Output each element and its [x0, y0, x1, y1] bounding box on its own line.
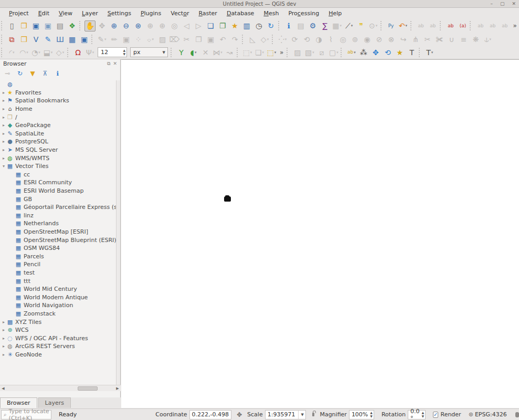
self-snapping-button[interactable]: ↝ [224, 47, 235, 58]
crs-status-button[interactable]: ⊛ EPSG:4326 [469, 411, 507, 418]
new-geopackage-layer-button[interactable]: ▦ [67, 34, 78, 45]
tree-item-xyz-tiles[interactable]: ▸▩XYZ Tiles [0, 318, 116, 326]
measure-line-button[interactable]: ⟋▾ [344, 20, 355, 32]
python-console-button[interactable]: Py [386, 20, 397, 32]
menu-raster[interactable]: Raster [194, 9, 221, 18]
merge-features-button[interactable]: ∪ [446, 34, 457, 45]
split-features-button[interactable]: ✀ [434, 34, 445, 45]
paste-features-button[interactable]: ▣ [205, 34, 216, 45]
expander-icon[interactable]: ▸ [1, 131, 6, 136]
digitize-shape-button[interactable]: ⌔▾ [145, 34, 156, 45]
tree-item-ttt[interactable]: ▦ttt [0, 277, 116, 285]
panel-undock-icon[interactable]: ⧉ [107, 61, 110, 67]
locator-input[interactable]: ⌕ Type to locate (Ctrl+K) [1, 410, 51, 419]
change-label-button[interactable]: T [406, 47, 417, 58]
close-button[interactable]: ✕ [512, 0, 516, 8]
rotate-feature-button[interactable]: ◑ [313, 34, 324, 45]
properties-widget-button[interactable]: ℹ [53, 69, 62, 78]
cut-features-button[interactable]: ✂ [181, 34, 192, 45]
coordinate-input[interactable]: 0.222,-0.498 [189, 410, 231, 419]
tree-item-world-modern-antique[interactable]: ▦World Modern Antique [0, 293, 116, 301]
tree-item-world-mid-century[interactable]: ▦World Mid Century [0, 285, 116, 293]
text-annotation-tool-button[interactable]: ab [416, 20, 427, 32]
annotation-toolbar-button[interactable]: T▾ [424, 47, 435, 58]
undo-redo-button[interactable]: ↶▾ [398, 20, 409, 32]
tree-item-world-navigation[interactable]: ▦World Navigation [0, 301, 116, 310]
scale-combobox[interactable]: 1:935971 ▼ [265, 410, 306, 419]
vertex-tool-all-layers-button[interactable]: ◺ [247, 34, 258, 45]
tree-item-zoomstack[interactable]: ▦Zoomstack [0, 310, 116, 318]
tree-item-arcgis-rest-servers[interactable]: ▸◍ArcGIS REST Servers [0, 342, 116, 351]
browser-horizontal-scrollbar[interactable]: ◀ ▶ [0, 385, 121, 391]
menu-settings[interactable]: Settings [103, 9, 136, 18]
enable-tracing-button[interactable]: ◖▾ [188, 47, 199, 58]
toolbar-overflow-button[interactable]: » [278, 49, 285, 56]
add-mesh-layer-button[interactable]: ✎ [43, 34, 54, 45]
expander-icon[interactable]: ▾ [1, 164, 6, 169]
zoom-last-button[interactable]: ◁ [181, 20, 192, 32]
tree-item-test[interactable]: ▦test [0, 269, 116, 277]
form-annotation-tool-button[interactable]: ab [427, 20, 438, 32]
tree-item-cc[interactable]: ▦cc [0, 171, 116, 179]
render-checkbox[interactable]: ✓ [433, 412, 438, 418]
tree-item-root-folder[interactable]: ▸❒/ [0, 113, 116, 121]
expander-icon[interactable]: ▸ [1, 320, 6, 324]
save-project-as-button[interactable]: ▣ [43, 20, 54, 32]
new-map-view-button[interactable]: ❏ [205, 20, 216, 32]
disable-snapping-button[interactable]: ✕ [200, 47, 211, 58]
copy-features-button[interactable]: ❐ [193, 34, 204, 45]
zoom-to-selection-button[interactable]: ⊕ [145, 20, 156, 32]
map-canvas[interactable] [121, 59, 519, 408]
redo-button[interactable]: ↷ [229, 34, 240, 45]
tab-layers[interactable]: Layers [38, 397, 71, 408]
identify-features-button[interactable]: ℹ [283, 20, 294, 32]
select-features-button[interactable]: ⬚▾ [242, 47, 253, 58]
magnifier-spinbox[interactable]: 100% ▲▼ [349, 410, 374, 419]
add-vector-layer-button[interactable]: ❒ [18, 34, 29, 45]
offset-curve-button[interactable]: ↪ [398, 34, 409, 45]
snapping-unit-combobox[interactable]: px▼ [130, 47, 168, 57]
expander-icon[interactable]: ▸ [1, 98, 6, 103]
fill-ring-button[interactable]: ◉ [362, 34, 373, 45]
menu-help[interactable]: Help [324, 9, 346, 18]
zoom-next-button[interactable]: ▷ [193, 20, 204, 32]
refresh-browser-button[interactable]: ↻ [15, 69, 25, 78]
tree-item-geoportail[interactable]: ▦Géoportail Parcellaire Express (style n… [0, 203, 116, 212]
tree-item-postgresql[interactable]: ▸●PostgreSQL [0, 138, 116, 146]
trim-extend-button[interactable]: ⫝▾ [482, 34, 493, 45]
nominatim-search-button[interactable]: ⊙▾ [368, 20, 379, 32]
add-raster-layer-button[interactable]: V [30, 34, 41, 45]
tree-item-parcels[interactable]: ▦Parcels [0, 252, 116, 260]
georeferencer-button[interactable]: ⧄ [316, 47, 327, 58]
split-parts-button[interactable]: ✂ [422, 34, 433, 45]
select-features-by-value-button[interactable]: ▤ [295, 20, 306, 32]
expander-icon[interactable]: ▸ [1, 115, 6, 120]
new-project-button[interactable]: ▯ [6, 20, 17, 32]
snapping-tolerance-spinbox[interactable]: 12▲▼ [98, 47, 127, 57]
zoom-to-layer-button[interactable]: ⊕ [157, 20, 168, 32]
expander-icon[interactable]: ▸ [1, 139, 6, 144]
raster-styling-button[interactable]: ▢▾ [328, 47, 339, 58]
zoom-in-button[interactable]: ⊕ [109, 20, 120, 32]
spatial-bookmarks-button[interactable]: ★ [229, 20, 240, 32]
tree-item-favorites[interactable]: ▸★Favorites [0, 89, 116, 97]
expander-icon[interactable]: ▸ [1, 352, 6, 357]
modify-attributes-button[interactable]: ▨ [157, 34, 168, 45]
tree-item-linz[interactable]: ▦linz [0, 212, 116, 220]
stepper-icons[interactable]: ▲▼ [370, 411, 374, 418]
pan-map-button[interactable]: ✋ [84, 20, 96, 32]
zoom-out-button[interactable]: ⊖ [121, 20, 132, 32]
raster-calculator-button[interactable]: ▨ [292, 47, 303, 58]
rotate-point-symbols-button[interactable]: ❋ [470, 34, 481, 45]
tree-item-home[interactable]: ▸⌂Home [0, 105, 116, 113]
tree-item-vector-tiles[interactable]: ▾▦Vector Tiles [0, 162, 116, 171]
expander-icon[interactable]: ▸ [1, 156, 6, 161]
tree-item-geopackage[interactable]: ▸◆GeoPackage [0, 121, 116, 130]
scroll-left-icon[interactable]: ◀ [0, 386, 6, 391]
topological-editing-button[interactable]: Y [176, 47, 187, 58]
menu-layer[interactable]: Layer [77, 9, 103, 18]
rectangle-tool-button[interactable]: ⬓▾ [43, 47, 54, 58]
circle-tool-button[interactable]: ◠▾ [18, 47, 29, 58]
menu-mesh[interactable]: Mesh [259, 9, 283, 18]
add-part-button[interactable]: ⊚ [349, 34, 361, 45]
